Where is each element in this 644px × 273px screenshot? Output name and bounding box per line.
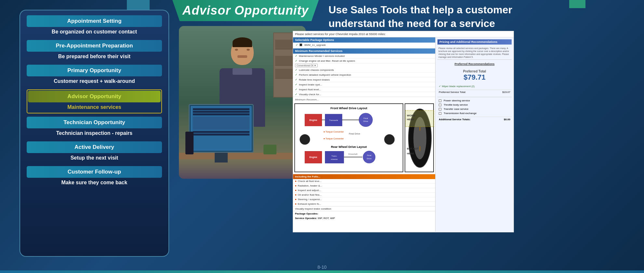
diagram-container: Front Wheel Drive Layout Engine Transaxl… — [293, 102, 435, 174]
transmission-fluid-label: Transmission fluid exchange — [444, 112, 476, 115]
bottom-accent-bar — [0, 270, 644, 273]
throttle-body-checkbox[interactable] — [439, 104, 441, 106]
center-image — [179, 26, 306, 179]
nav-header-technician: Technician Opportunity — [27, 117, 162, 128]
package-opcodes: Package Opcodes: — [293, 211, 435, 216]
nav-subtext-primary: Customer request + walk-around — [27, 76, 162, 86]
svg-text:Drive: Drive — [363, 120, 368, 122]
additional-item-2: Radiation, heater &... — [293, 184, 435, 188]
service-item-2: Change engine oil and filter. Reset oil … — [293, 58, 435, 63]
svg-text:● Torque Converter: ● Torque Converter — [324, 137, 344, 140]
visually-inspect-item: Visually inspect brake condition — [293, 206, 435, 211]
pricing-description: Please review all selected services and … — [437, 46, 512, 60]
power-steering-label: Power steering service — [444, 99, 470, 102]
nav-subtext-active-delivery: Setup the next visit — [27, 153, 162, 163]
transmission-fluid-row: Transmission fluid exchange — [437, 111, 512, 115]
nav-item-primary[interactable]: Primary Opportunity Customer request + w… — [27, 65, 162, 86]
transfer-case-row: Transfer case service — [437, 107, 512, 111]
doc-right-column: Pricing and Additional Recommendations P… — [436, 37, 514, 232]
wiper-blade-item: ✓ Wiper blade replacement (2) — [437, 84, 512, 88]
svg-text:Engine: Engine — [309, 156, 317, 159]
selectable-packages-header: Selectable Package Options — [293, 37, 435, 43]
page-title: Advisor Opportunity — [182, 4, 309, 18]
service-item-3: Lubricate chassis components — [293, 68, 435, 72]
corner-accent-tr — [569, 0, 585, 8]
page-number: 8-10 — [317, 265, 327, 270]
min-services-header: Minimum Recommended Services — [293, 48, 435, 54]
svg-text:Transaxle: Transaxle — [329, 119, 338, 121]
doc-columns: Selectable Package Options BMM_11_upgrad… — [293, 37, 514, 232]
preferred-service-total-label: Preferred Service Total: — [439, 91, 466, 94]
nav-subtext-appointment: Be organized on customer contact — [27, 27, 162, 37]
nav-item-preappointment[interactable]: Pre-Appointment Preparation Be prepared … — [27, 40, 162, 61]
additional-service-totals-row: Additional Service Totals: $0.00 — [437, 117, 512, 122]
description-main: Use Sales Tools that help a customer und… — [329, 3, 556, 30]
preferred-service-total-value: $19.07 — [503, 91, 510, 94]
svg-text:HERE: HERE — [407, 118, 414, 121]
drivetrain-diagram: Front Wheel Drive Layout Engine Transaxl… — [294, 103, 403, 172]
power-steering-checkbox[interactable] — [439, 99, 441, 102]
additional-item-5: Steering / suspensi... — [293, 197, 435, 202]
nav-item-advisor[interactable]: Advisor Opportunity Maintenance services — [27, 89, 162, 113]
service-item-4: Perform detailed multipoint vehicle insp… — [293, 72, 435, 77]
service-item-8: Visually check for... — [293, 92, 435, 97]
service-item-5: Rotate tires inspect brakes — [293, 77, 435, 82]
nav-item-appointment[interactable]: Appointment Setting Be organized on cust… — [27, 15, 162, 37]
svg-text:WORN: WORN — [407, 114, 415, 117]
left-nav-panel: Appointment Setting Be organized on cust… — [20, 10, 169, 257]
svg-point-10 — [300, 135, 310, 145]
additional-service-totals-label: Additional Service Totals: — [439, 118, 471, 121]
nav-header-appointment: Appointment Setting — [27, 15, 162, 27]
additional-item-3: Inspect and adjust... — [293, 188, 435, 193]
package-option-item[interactable]: BMM_11_upgrade — [293, 43, 435, 47]
desk-object — [263, 145, 276, 154]
svg-rect-15 — [325, 151, 344, 163]
service-document: Please select services for your Chevrole… — [293, 31, 514, 232]
service-item-6: Inspect brake syst... — [293, 82, 435, 87]
additional-item-1: Check all fluid leve... — [293, 179, 435, 184]
nav-item-followup[interactable]: Customer Follow-up Make sure they come b… — [27, 166, 162, 188]
nav-header-preappointment: Pre-Appointment Preparation — [27, 40, 162, 52]
additional-item-4: Oil and/or fluid flea... — [293, 193, 435, 197]
nav-item-technician[interactable]: Technician Opportunity Technician inspec… — [27, 117, 162, 138]
svg-text:Rear Wheel Drive Layout: Rear Wheel Drive Layout — [331, 145, 367, 149]
nav-header-followup: Customer Follow-up — [27, 166, 162, 178]
service-opcodes: Service Opcodes: 99P, ROT, WIP — [293, 216, 435, 220]
corner-accent-tl — [127, 0, 150, 10]
svg-text:Final: Final — [364, 117, 368, 119]
transfer-case-label: Transfer case service — [444, 108, 468, 110]
doc-header-text: Please select services for your Chevrole… — [293, 31, 514, 37]
service-item-7: Inspect fluid level... — [293, 87, 435, 92]
svg-text:Final Drive: Final Drive — [349, 132, 360, 135]
monitor — [189, 104, 254, 153]
package-checkbox[interactable] — [300, 44, 302, 46]
preferred-recommendations-header: Preferred Recommendations — [437, 61, 512, 67]
transfer-case-checkbox[interactable] — [439, 108, 441, 110]
svg-text:mission: mission — [331, 158, 338, 160]
additional-service-totals-value: $0.00 — [504, 118, 510, 121]
svg-text:BUT NOT: BUT NOT — [407, 147, 419, 150]
svg-text:Drive: Drive — [367, 157, 372, 160]
preferred-total: Preferred Total $79.71 — [437, 67, 512, 84]
doc-left-column: Selectable Package Options BMM_11_upgrad… — [293, 37, 436, 232]
svg-text:Driveshaft: Driveshaft — [348, 153, 357, 155]
preferred-total-value: $79.71 — [440, 73, 509, 82]
additional-services-section: Power steering service Throttle body ser… — [437, 97, 512, 122]
additional-item-6: Exhaust system fo... — [293, 202, 435, 206]
throttle-body-row: Throttle body service — [437, 103, 512, 107]
svg-text:Engine: Engine — [309, 119, 317, 122]
nav-subtext-advisor: Maintenance services — [28, 102, 161, 112]
preferred-recommendations-label: Preferred Recommendations — [439, 62, 510, 66]
svg-point-11 — [384, 135, 395, 145]
tire-svg: WORN HERE BUT NOT HERE — [405, 104, 435, 172]
svg-text:Trans-: Trans- — [331, 155, 337, 157]
transmission-fluid-checkbox[interactable] — [439, 112, 441, 115]
preferred-total-label: Preferred Total — [440, 70, 509, 73]
title-banner: Advisor Opportunity — [172, 0, 319, 21]
nav-item-active-delivery[interactable]: Active Delivery Setup the next visit — [27, 141, 162, 163]
nav-header-primary: Primary Opportunity — [27, 65, 162, 76]
pricing-header: Pricing and Additional Recommendations — [437, 39, 512, 45]
throttle-body-label: Throttle body service — [444, 103, 468, 106]
nav-subtext-technician: Technician inspection - repairs — [27, 128, 162, 138]
nav-header-advisor: Advisor Opportunity — [28, 91, 161, 102]
